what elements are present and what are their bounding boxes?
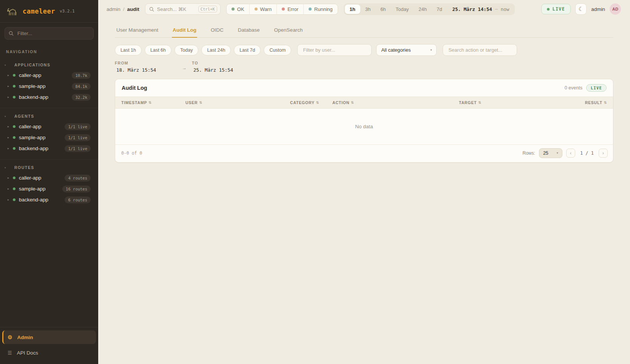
sidebar-item-routes-caller-app[interactable]: ▸ caller-app 4 routes bbox=[0, 172, 98, 183]
chevron-right-icon: ▸ bbox=[8, 125, 12, 128]
time-range-today[interactable]: Today bbox=[391, 5, 414, 14]
item-label: caller-app bbox=[19, 124, 41, 129]
next-page-button[interactable]: › bbox=[599, 149, 608, 158]
status-dot bbox=[13, 96, 15, 98]
column-header-result[interactable]: RESULT ⇅ bbox=[575, 100, 607, 105]
status-filter-error[interactable]: Error bbox=[276, 4, 303, 14]
item-badge: 16 routes bbox=[62, 186, 91, 192]
column-header-timestamp[interactable]: TIMESTAMP ⇅ bbox=[121, 100, 185, 105]
column-label: CATEGORY bbox=[290, 100, 315, 105]
previous-page-button[interactable]: ‹ bbox=[566, 149, 575, 158]
group-header-applications[interactable]: ▾ APPLICATIONS bbox=[0, 60, 98, 70]
item-label: sample-app bbox=[19, 83, 46, 89]
sidebar-filter-input[interactable] bbox=[17, 30, 90, 37]
sidebar-filter[interactable] bbox=[5, 27, 94, 40]
status-filter-warn[interactable]: Warn bbox=[249, 4, 277, 14]
chip-custom[interactable]: Custom bbox=[264, 45, 291, 55]
sidebar-item-api-docs[interactable]: ☰ API Docs bbox=[2, 346, 96, 359]
sidebar-item-agents-caller-app[interactable]: ▸ caller-app 1/1 live bbox=[0, 121, 98, 132]
dark-mode-toggle[interactable]: ☾ bbox=[575, 3, 587, 15]
live-dot-icon bbox=[547, 8, 550, 11]
topbar: admin / audit Search... ⌘K Ctrl+K OK War bbox=[98, 0, 630, 18]
navigation-label: NAVIGATION bbox=[0, 44, 98, 57]
tab-database[interactable]: Database bbox=[237, 23, 261, 37]
column-header-target[interactable]: TARGET ⇅ bbox=[459, 100, 575, 105]
group-header-routes[interactable]: ▾ ROUTES bbox=[0, 163, 98, 172]
column-header-category[interactable]: CATEGORY ⇅ bbox=[290, 100, 332, 105]
item-badge: 32.2k bbox=[72, 94, 91, 101]
chip-last-24h[interactable]: Last 24h bbox=[201, 45, 231, 55]
time-range-group: 1h 3h 6h Today 24h 7d 25. März 14:54 – n… bbox=[344, 3, 515, 15]
search-icon bbox=[9, 31, 14, 36]
column-label: TIMESTAMP bbox=[121, 100, 147, 105]
sidebar-bottom: ⚙ Admin ☰ API Docs bbox=[0, 327, 98, 364]
item-label: caller-app bbox=[19, 72, 41, 78]
chevron-right-icon: ▸ bbox=[8, 85, 12, 88]
time-range-6h[interactable]: 6h bbox=[375, 5, 391, 14]
item-badge: 6 routes bbox=[65, 197, 91, 203]
warn-dot-icon bbox=[255, 8, 258, 11]
content-area: User Management Audit Log OIDC Database … bbox=[98, 18, 630, 364]
time-range-1h[interactable]: 1h bbox=[345, 5, 360, 14]
time-range-24h[interactable]: 24h bbox=[414, 5, 432, 14]
sidebar-item-admin[interactable]: ⚙ Admin bbox=[2, 330, 96, 344]
chip-last-6h[interactable]: Last 6h bbox=[145, 45, 171, 55]
status-label: Warn bbox=[260, 6, 272, 12]
to-value[interactable]: 25. März 15:54 bbox=[192, 67, 233, 73]
to-block: TO 25. März 15:54 bbox=[192, 61, 233, 73]
nav-group-agents: ▾ AGENTS ▸ caller-app 1/1 live ▸ sample-… bbox=[0, 108, 98, 158]
chip-last-1h[interactable]: Last 1h bbox=[115, 45, 142, 55]
sidebar-item-applications-backend-app[interactable]: ▸ backend-app 32.2k bbox=[0, 92, 98, 103]
chevron-down-icon: ▾ bbox=[557, 152, 558, 155]
sort-icon: ⇅ bbox=[148, 101, 151, 104]
sidebar-item-applications-caller-app[interactable]: ▸ caller-app 10.7k bbox=[0, 70, 98, 81]
sidebar-item-routes-sample-app[interactable]: ▸ sample-app 16 routes bbox=[0, 183, 98, 194]
camel-logo-icon bbox=[6, 5, 19, 18]
chip-today[interactable]: Today bbox=[174, 45, 198, 55]
column-header-action[interactable]: ACTION ⇅ bbox=[332, 100, 459, 105]
sidebar-item-applications-sample-app[interactable]: ▸ sample-app 84.1k bbox=[0, 81, 98, 92]
events-count: 0 events bbox=[565, 85, 582, 91]
from-value[interactable]: 18. März 15:54 bbox=[115, 67, 182, 73]
chevron-right-icon: ▸ bbox=[8, 136, 12, 139]
action-target-search-input[interactable] bbox=[448, 47, 512, 53]
user-filter-input[interactable] bbox=[302, 47, 367, 53]
page-indicator: 1 / 1 bbox=[579, 151, 595, 156]
time-range-3h[interactable]: 3h bbox=[360, 5, 375, 14]
avatar[interactable]: AD bbox=[610, 3, 621, 15]
breadcrumb-parent[interactable]: admin bbox=[107, 6, 120, 12]
time-range-7d[interactable]: 7d bbox=[432, 5, 447, 14]
chevron-right-icon: ▸ bbox=[8, 177, 12, 180]
breadcrumb-separator: / bbox=[123, 6, 125, 12]
rows-per-page-select[interactable]: 25 ▾ bbox=[539, 148, 562, 158]
search-icon bbox=[149, 7, 154, 12]
sidebar-item-agents-sample-app[interactable]: ▸ sample-app 1/1 live bbox=[0, 132, 98, 143]
live-toggle-button[interactable]: LIVE bbox=[541, 4, 571, 14]
live-label: LIVE bbox=[553, 6, 565, 12]
chevron-right-icon: ▸ bbox=[8, 198, 12, 201]
tab-audit-log[interactable]: Audit Log bbox=[172, 23, 197, 38]
brand-header: cameleer v3.2.1 bbox=[0, 0, 98, 23]
global-search[interactable]: Search... ⌘K Ctrl+K bbox=[145, 3, 221, 15]
column-header-user[interactable]: USER ⇅ bbox=[185, 100, 290, 105]
api-docs-label: API Docs bbox=[17, 350, 38, 356]
tab-opensearch[interactable]: OpenSearch bbox=[273, 23, 304, 37]
to-label: TO bbox=[192, 61, 233, 65]
category-select[interactable]: All categories ▾ bbox=[376, 44, 437, 56]
status-filter-ok[interactable]: OK bbox=[227, 4, 249, 14]
column-label: USER bbox=[185, 100, 198, 105]
sidebar-item-routes-backend-app[interactable]: ▸ backend-app 6 routes bbox=[0, 194, 98, 205]
chip-last-7d[interactable]: Last 7d bbox=[234, 45, 261, 55]
tab-user-management[interactable]: User Management bbox=[116, 23, 159, 37]
group-header-agents[interactable]: ▾ AGENTS bbox=[0, 111, 98, 121]
error-dot-icon bbox=[282, 8, 285, 11]
from-to-range: FROM 18. März 15:54 → TO 25. März 15:54 bbox=[115, 61, 613, 73]
chevron-down-icon: ▾ bbox=[5, 166, 8, 169]
status-dot bbox=[13, 74, 15, 77]
sidebar-item-agents-backend-app[interactable]: ▸ backend-app 1/1 live bbox=[0, 143, 98, 154]
moon-icon: ☾ bbox=[578, 6, 583, 12]
status-filter-running[interactable]: Running bbox=[303, 4, 337, 14]
brand-name: cameleer bbox=[23, 8, 55, 15]
chevron-right-icon: ▸ bbox=[8, 187, 12, 190]
tab-oidc[interactable]: OIDC bbox=[210, 23, 224, 37]
